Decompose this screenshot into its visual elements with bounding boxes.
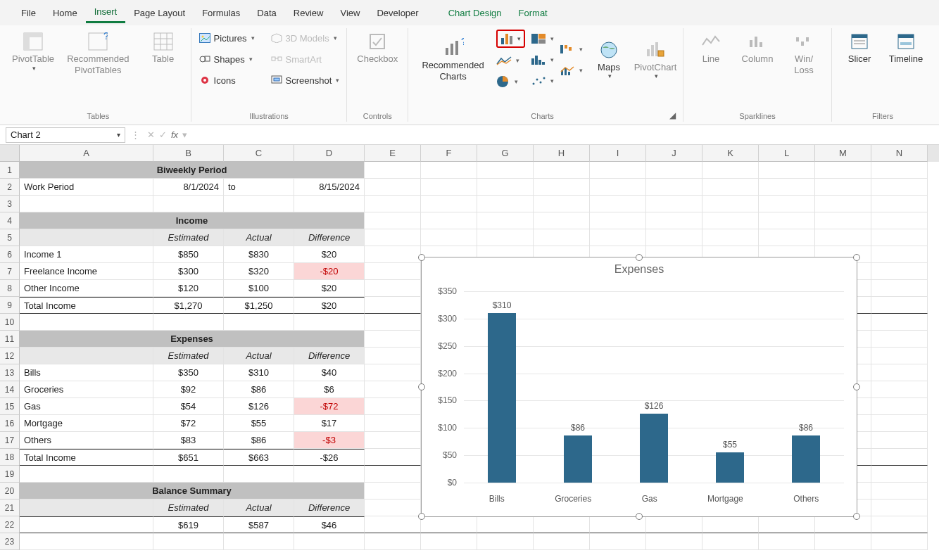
sparkline-winloss-button[interactable]: Win/ Loss <box>783 30 824 77</box>
pivotchart-button[interactable]: PivotChart▾ <box>635 38 676 82</box>
icons-button[interactable]: Icons <box>198 72 255 89</box>
cell[interactable] <box>646 229 702 246</box>
cell[interactable]: $86 <box>224 432 294 449</box>
cell[interactable] <box>646 533 702 550</box>
cell[interactable] <box>534 162 590 179</box>
row-header-5[interactable]: 5 <box>0 229 20 246</box>
cell[interactable]: $100 <box>224 280 294 297</box>
cell[interactable] <box>702 516 759 533</box>
recommended-pivottables-button[interactable]: ? Recommended PivotTables <box>59 30 137 77</box>
shapes-button[interactable]: Shapes▾ <box>198 51 255 68</box>
cell[interactable]: 8/1/2024 <box>153 179 224 196</box>
cell[interactable] <box>871 499 928 516</box>
col-header-E[interactable]: E <box>365 145 421 162</box>
cell[interactable] <box>871 381 928 398</box>
cell[interactable] <box>534 533 590 550</box>
cell[interactable] <box>815 229 871 246</box>
formula-input[interactable] <box>191 127 939 143</box>
cell[interactable] <box>871 246 928 263</box>
cell[interactable] <box>646 212 702 229</box>
cell[interactable] <box>534 196 590 212</box>
cell[interactable]: Work Period <box>20 179 153 196</box>
resize-handle[interactable] <box>853 513 860 520</box>
insert-column-chart-button[interactable]: ▾ <box>496 30 525 48</box>
row-header-20[interactable]: 20 <box>0 483 20 499</box>
chart-object[interactable]: Expenses$0$50$100$150$200$250$300$350$31… <box>421 257 857 517</box>
cell[interactable]: $663 <box>224 449 294 466</box>
cell[interactable]: $587 <box>224 516 294 533</box>
chart-bar[interactable] <box>488 313 516 483</box>
cell[interactable] <box>365 533 421 550</box>
row-header-6[interactable]: 6 <box>0 246 20 263</box>
cell[interactable]: $54 <box>153 398 224 415</box>
cell[interactable] <box>477 212 534 229</box>
worksheet-grid[interactable]: ABCDEFGHIJKLMN 1234567891011121314151617… <box>0 145 939 550</box>
sparkline-column-button[interactable]: Column <box>737 30 778 66</box>
timeline-button[interactable]: Timeline <box>886 30 926 66</box>
row-header-23[interactable]: 23 <box>0 533 20 550</box>
cell[interactable] <box>294 466 365 483</box>
cell[interactable] <box>702 196 759 212</box>
cell[interactable] <box>534 229 590 246</box>
cell[interactable]: Freelance Income <box>20 263 153 280</box>
cell[interactable] <box>871 162 928 179</box>
cell[interactable]: -$72 <box>294 398 365 415</box>
cell[interactable] <box>815 212 871 229</box>
chart-bar[interactable] <box>640 414 668 483</box>
row-header-7[interactable]: 7 <box>0 263 20 280</box>
cell[interactable] <box>365 364 421 381</box>
cell[interactable]: $310 <box>224 364 294 381</box>
resize-handle[interactable] <box>418 254 425 261</box>
cell[interactable]: 8/15/2024 <box>294 179 365 196</box>
cell[interactable] <box>421 212 477 229</box>
table-button[interactable]: Table <box>143 30 184 66</box>
cell[interactable]: -$20 <box>294 263 365 280</box>
row-header-11[interactable]: 11 <box>0 331 20 348</box>
cell[interactable] <box>759 229 815 246</box>
cell[interactable] <box>421 162 477 179</box>
row-header-22[interactable]: 22 <box>0 516 20 533</box>
resize-handle[interactable] <box>418 513 425 520</box>
cell[interactable]: Total Income <box>20 297 153 314</box>
row-header-17[interactable]: 17 <box>0 432 20 449</box>
row-header-12[interactable]: 12 <box>0 348 20 364</box>
cell[interactable] <box>702 229 759 246</box>
cell[interactable] <box>365 449 421 466</box>
cell[interactable] <box>365 516 421 533</box>
cell[interactable] <box>871 415 928 432</box>
charts-dialog-launcher[interactable]: ◢ <box>669 110 676 120</box>
cell[interactable] <box>365 381 421 398</box>
tab-format[interactable]: Format <box>510 4 556 23</box>
insert-waterfall-chart-button[interactable]: ▾ <box>560 41 583 58</box>
cell[interactable] <box>20 229 153 246</box>
cell[interactable]: $92 <box>153 381 224 398</box>
cell[interactable] <box>702 212 759 229</box>
cell[interactable] <box>871 432 928 449</box>
row-header-21[interactable]: 21 <box>0 499 20 516</box>
cell[interactable] <box>365 229 421 246</box>
cell[interactable] <box>153 533 224 550</box>
smartart-button[interactable]: SmartArt <box>270 51 340 68</box>
tab-developer[interactable]: Developer <box>368 4 427 23</box>
cell[interactable] <box>294 533 365 550</box>
cell[interactable] <box>365 398 421 415</box>
cell[interactable]: $46 <box>294 516 365 533</box>
col-header-N[interactable]: N <box>871 145 928 162</box>
chart-bar[interactable] <box>716 452 744 483</box>
col-header-K[interactable]: K <box>702 145 759 162</box>
cell[interactable]: $17 <box>294 415 365 432</box>
col-header-L[interactable]: L <box>759 145 815 162</box>
cell[interactable] <box>20 196 153 212</box>
chevron-down-icon[interactable]: ▾ <box>117 131 120 139</box>
enter-formula-icon[interactable]: ✓ <box>159 129 167 140</box>
cell[interactable] <box>871 196 928 212</box>
cell[interactable]: Difference <box>294 348 365 364</box>
cell[interactable] <box>871 212 928 229</box>
cell[interactable] <box>294 196 365 212</box>
cell[interactable] <box>871 297 928 314</box>
expenses-header[interactable]: Expenses <box>20 331 365 348</box>
cell[interactable] <box>365 162 421 179</box>
cell[interactable] <box>365 179 421 196</box>
cell[interactable]: $20 <box>294 246 365 263</box>
income-header[interactable]: Income <box>20 212 365 229</box>
